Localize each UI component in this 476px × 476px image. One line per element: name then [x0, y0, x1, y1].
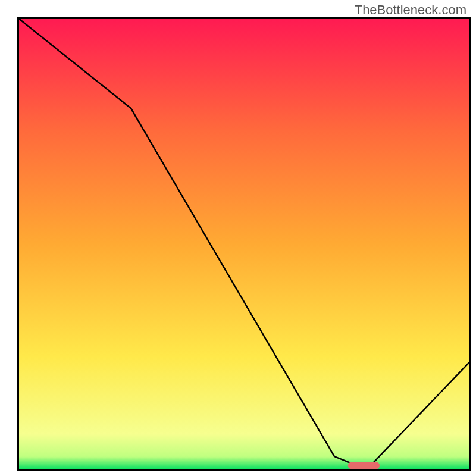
chart-container: TheBottleneck.com: [0, 0, 476, 476]
bottleneck-chart: [0, 0, 476, 476]
chart-background: [18, 18, 470, 470]
watermark-text: TheBottleneck.com: [355, 2, 466, 18]
optimal-marker: [348, 462, 380, 469]
